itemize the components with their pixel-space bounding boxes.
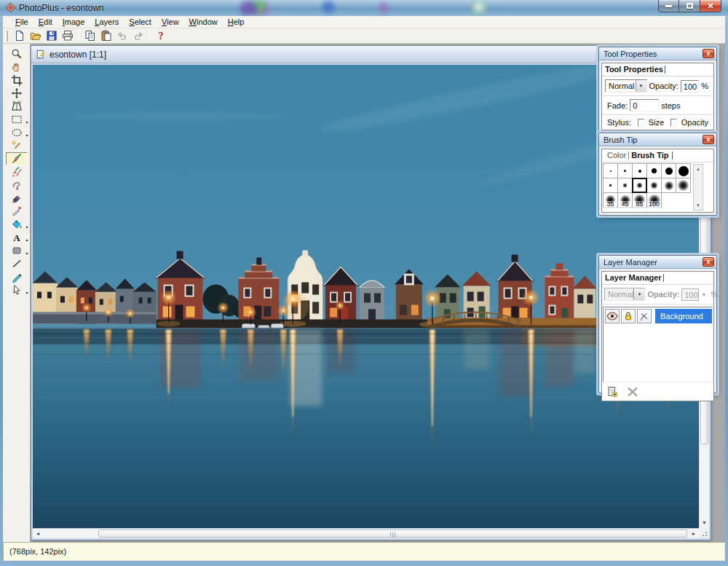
tool-node-edit[interactable]: ▾ — [6, 283, 28, 296]
brush-cell-hard[interactable] — [646, 163, 662, 178]
toolbar-grip[interactable] — [5, 31, 8, 42]
tool-paintbrush[interactable] — [6, 152, 28, 165]
brush-cell-soft-35[interactable]: 35 — [603, 192, 618, 208]
menu-edit[interactable]: Edit — [33, 16, 58, 28]
menu-help[interactable]: Help — [223, 16, 250, 28]
tool-eraser[interactable] — [6, 192, 28, 205]
tool-zoom[interactable] — [6, 47, 28, 60]
tab-brush-tip[interactable]: Brush Tip — [629, 151, 670, 160]
paste-button[interactable] — [98, 29, 114, 43]
tool-clone-brush[interactable] — [6, 165, 28, 178]
palette-close-button[interactable]: x — [703, 135, 714, 144]
new-layer-button[interactable] — [606, 386, 618, 399]
brush-cell-soft-65[interactable]: 65 — [632, 192, 647, 208]
fade-input[interactable]: 0 — [630, 99, 659, 111]
tool-shape[interactable]: ▾ — [6, 244, 28, 257]
scroll-left-icon[interactable]: ◄ — [33, 529, 43, 538]
brush-cell-soft-100[interactable]: 100 — [646, 192, 662, 208]
open-button[interactable] — [28, 29, 44, 43]
tool-dropdown-arrow-icon[interactable]: ▾ — [25, 121, 28, 125]
tool-magic-wand[interactable] — [6, 139, 28, 152]
stylus-size-checkbox[interactable] — [638, 119, 644, 127]
brush-cell-hard[interactable] — [603, 163, 618, 178]
brush-cell-soft-selected[interactable] — [632, 178, 647, 193]
tool-scissors[interactable] — [6, 205, 28, 218]
brush-cell-soft[interactable] — [617, 178, 633, 193]
layer-manager-tab[interactable]: Layer Manager — [602, 272, 713, 285]
minimize-button[interactable] — [658, 0, 679, 12]
window-titlebar[interactable]: PhotoPlus - esontown ✕ — [0, 0, 728, 16]
opacity-input[interactable]: 100 — [681, 80, 699, 93]
scroll-up-icon[interactable]: ▲ — [694, 165, 703, 173]
tool-dropdown-arrow-icon[interactable]: ▾ — [25, 252, 28, 256]
scroll-down-icon[interactable]: ▼ — [694, 201, 703, 210]
stylus-opacity-checkbox[interactable] — [670, 119, 677, 127]
tool-text[interactable]: A ▾ — [6, 231, 28, 244]
brush-tip-titlebar[interactable]: Brush Tip x — [599, 133, 716, 146]
print-button[interactable] — [60, 29, 76, 43]
brush-scrollbar[interactable]: ▲ ▼ — [693, 164, 703, 211]
brush-cell-soft[interactable] — [676, 178, 691, 193]
menu-file[interactable]: File — [10, 16, 33, 28]
layer-lock-button[interactable] — [621, 309, 636, 323]
brush-cell-hard[interactable] — [661, 163, 676, 178]
tool-deform[interactable] — [6, 100, 28, 113]
brush-cell-hard[interactable] — [676, 163, 691, 178]
layer-mask-edit-button[interactable] — [637, 309, 652, 323]
brush-cell-soft[interactable] — [661, 178, 676, 193]
layer-opacity-input[interactable]: 100 — [681, 288, 699, 301]
tool-dropdown-arrow-icon[interactable]: ▾ — [25, 134, 28, 138]
print-icon — [62, 30, 74, 42]
tab-color[interactable]: Color — [605, 151, 628, 160]
tool-dropdown-arrow-icon[interactable]: ▾ — [25, 291, 28, 295]
brush-cell-hard[interactable] — [632, 163, 647, 178]
resize-grip[interactable] — [699, 528, 709, 538]
brush-cell-soft[interactable] — [646, 178, 662, 193]
copy-button[interactable] — [82, 29, 98, 43]
tool-rectangle-select[interactable]: ▾ — [6, 113, 28, 126]
tool-crop[interactable] — [6, 74, 28, 87]
redo-button[interactable] — [130, 29, 146, 43]
maximize-button[interactable] — [679, 0, 700, 12]
opacity-dropdown-arrow-icon[interactable]: ▼ — [701, 292, 706, 297]
blend-mode-select[interactable]: Normal ▼ — [605, 79, 647, 93]
delete-layer-button[interactable] — [627, 387, 638, 398]
tool-pen[interactable] — [6, 270, 28, 283]
undo-button[interactable] — [114, 29, 130, 43]
tool-dropdown-arrow-icon[interactable]: ▾ — [25, 239, 28, 243]
tool-properties-tab[interactable]: Tool Properties — [602, 63, 713, 76]
brush-cell-soft-45[interactable]: 45 — [617, 192, 633, 208]
tool-properties-titlebar[interactable]: Tool Properties x — [599, 47, 716, 60]
dropdown-arrow-icon[interactable]: ▼ — [636, 80, 646, 92]
layer-blend-mode-select[interactable]: Normal ▼ — [604, 288, 645, 301]
palette-close-button[interactable]: x — [703, 257, 714, 267]
layer-name[interactable]: Background — [655, 309, 712, 323]
new-document-button[interactable] — [12, 29, 28, 43]
tool-dropdown-arrow-icon[interactable]: ▾ — [25, 226, 28, 229]
tool-move[interactable] — [6, 87, 28, 100]
layer-manager-titlebar[interactable]: Layer Manager x — [599, 256, 716, 269]
tool-ellipse-select[interactable]: ▾ — [6, 126, 28, 139]
layer-row-background[interactable]: Background — [604, 307, 712, 325]
tool-smudge[interactable] — [6, 178, 28, 192]
horizontal-scrollbar[interactable]: ◄ ► — [33, 528, 699, 538]
menu-window[interactable]: Window — [184, 16, 223, 28]
brush-cell-soft[interactable] — [603, 178, 618, 193]
scroll-right-icon[interactable]: ► — [689, 529, 699, 538]
save-button[interactable] — [44, 29, 60, 43]
layer-visibility-button[interactable] — [605, 309, 620, 323]
brush-cell-hard[interactable] — [617, 163, 633, 178]
menu-view[interactable]: View — [157, 16, 184, 28]
menu-image[interactable]: Image — [58, 16, 90, 28]
tool-pan[interactable] — [6, 60, 28, 74]
close-button[interactable]: ✕ — [700, 0, 721, 12]
palette-close-button[interactable]: x — [703, 49, 714, 58]
help-button[interactable]: ? — [153, 29, 169, 43]
tool-line[interactable] — [6, 257, 28, 270]
menu-layers[interactable]: Layers — [90, 16, 124, 28]
menu-select[interactable]: Select — [124, 16, 157, 28]
dropdown-arrow-icon[interactable]: ▼ — [633, 288, 644, 300]
horizontal-scrollbar-thumb[interactable] — [98, 530, 687, 538]
scroll-down-icon[interactable]: ▼ — [700, 518, 709, 528]
tool-flood-fill[interactable]: ▾ — [6, 218, 28, 231]
